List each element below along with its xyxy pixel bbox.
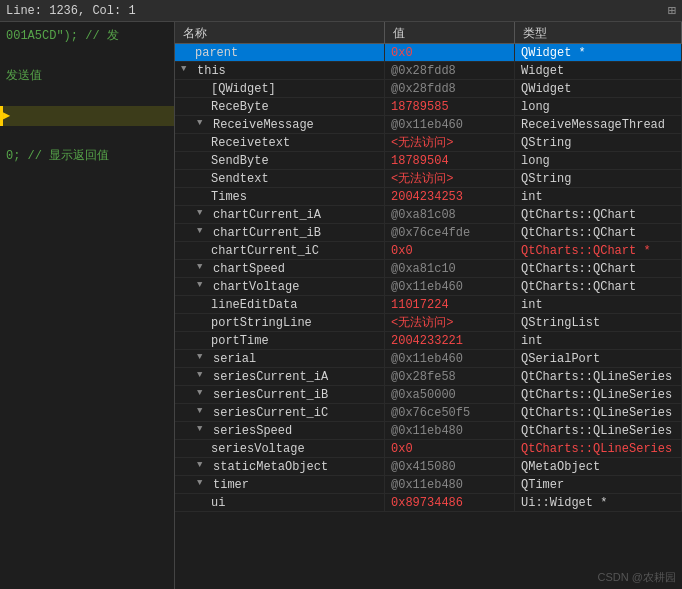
code-line-6: 0; // 显示返回值 bbox=[0, 146, 174, 166]
name-cell: seriesVoltage bbox=[175, 440, 385, 457]
name-cell: ▼staticMetaObject bbox=[175, 458, 385, 475]
right-panel: 名称 值 类型 parent0x0QWidget *▼this@0x28fdd8… bbox=[175, 22, 682, 589]
value-cell: 0x0 bbox=[385, 44, 515, 61]
table-row[interactable]: Times2004234253int bbox=[175, 188, 682, 206]
table-row[interactable]: ▼seriesCurrent_iC@0x76ce50f5QtCharts::QL… bbox=[175, 404, 682, 422]
type-cell: QWidget * bbox=[515, 44, 682, 61]
value-cell: @0x28fdd8 bbox=[385, 62, 515, 79]
left-panel: 001A5CD"); // 发 发送值 ▶ 0; // 显示返回值 bbox=[0, 22, 175, 589]
expand-icon[interactable]: ▼ bbox=[197, 406, 211, 420]
status-bar-text: Line: 1236, Col: 1 bbox=[6, 4, 136, 18]
expand-icon[interactable]: ▼ bbox=[197, 352, 211, 366]
expand-icon[interactable]: ▼ bbox=[181, 64, 195, 78]
expand-icon[interactable]: ▼ bbox=[197, 478, 211, 492]
status-bar: Line: 1236, Col: 1 ⊞ bbox=[0, 0, 682, 22]
name-cell: parent bbox=[175, 44, 385, 61]
table-row[interactable]: ▼staticMetaObject@0x415080QMetaObject bbox=[175, 458, 682, 476]
name-cell: ▼chartVoltage bbox=[175, 278, 385, 295]
type-cell: QTimer bbox=[515, 476, 682, 493]
name-cell: Sendtext bbox=[175, 170, 385, 187]
value-cell: @0x11eb480 bbox=[385, 422, 515, 439]
code-line-3: 发送值 bbox=[0, 66, 174, 86]
header-type: 类型 bbox=[515, 22, 682, 45]
value-cell: 2004234253 bbox=[385, 188, 515, 205]
name-cell: [QWidget] bbox=[175, 80, 385, 97]
table-row[interactable]: ▼seriesCurrent_iB@0xa50000QtCharts::QLin… bbox=[175, 386, 682, 404]
type-cell: QtCharts::QChart * bbox=[515, 242, 682, 259]
table-row[interactable]: chartCurrent_iC0x0QtCharts::QChart * bbox=[175, 242, 682, 260]
table-row[interactable]: Receivetext<无法访问>QString bbox=[175, 134, 682, 152]
name-cell: ▼timer bbox=[175, 476, 385, 493]
value-cell: 18789585 bbox=[385, 98, 515, 115]
table-row[interactable]: ReceByte18789585long bbox=[175, 98, 682, 116]
expand-icon[interactable]: ▼ bbox=[197, 424, 211, 438]
table-row[interactable]: [QWidget]@0x28fdd8QWidget bbox=[175, 80, 682, 98]
table-row[interactable]: lineEditData11017224int bbox=[175, 296, 682, 314]
watermark: CSDN @农耕园 bbox=[598, 570, 676, 585]
name-cell: ▼ReceiveMessage bbox=[175, 116, 385, 133]
value-cell: @0x11eb460 bbox=[385, 278, 515, 295]
value-cell: 0x0 bbox=[385, 440, 515, 457]
debug-header: 名称 值 类型 bbox=[175, 22, 682, 44]
expand-icon[interactable]: ▼ bbox=[197, 118, 211, 132]
code-line-5 bbox=[0, 126, 174, 146]
expand-icon[interactable]: ▼ bbox=[197, 226, 211, 240]
table-row[interactable]: ▼this@0x28fdd8Widget bbox=[175, 62, 682, 80]
value-cell: @0x76ce4fde bbox=[385, 224, 515, 241]
value-cell: @0x28fdd8 bbox=[385, 80, 515, 97]
value-cell: @0xa81c10 bbox=[385, 260, 515, 277]
table-row[interactable]: SendByte18789504long bbox=[175, 152, 682, 170]
name-cell: ReceByte bbox=[175, 98, 385, 115]
name-cell: lineEditData bbox=[175, 296, 385, 313]
table-row[interactable]: ▼chartCurrent_iA@0xa81c08QtCharts::QChar… bbox=[175, 206, 682, 224]
table-row[interactable]: ▼chartVoltage@0x11eb460QtCharts::QChart bbox=[175, 278, 682, 296]
type-cell: int bbox=[515, 332, 682, 349]
table-row[interactable]: ▼timer@0x11eb480QTimer bbox=[175, 476, 682, 494]
header-name: 名称 bbox=[175, 22, 385, 45]
table-row[interactable]: ▼seriesSpeed@0x11eb480QtCharts::QLineSer… bbox=[175, 422, 682, 440]
name-cell: ▼seriesCurrent_iC bbox=[175, 404, 385, 421]
pin-icon[interactable]: ⊞ bbox=[668, 2, 676, 19]
table-row[interactable]: portStringLine<无法访问>QStringList bbox=[175, 314, 682, 332]
type-cell: QtCharts::QLineSeries bbox=[515, 404, 682, 421]
name-cell: ▼seriesSpeed bbox=[175, 422, 385, 439]
table-row[interactable]: ▼ReceiveMessage@0x11eb460ReceiveMessageT… bbox=[175, 116, 682, 134]
expand-icon[interactable]: ▼ bbox=[197, 370, 211, 384]
expand-icon[interactable]: ▼ bbox=[197, 208, 211, 222]
table-row[interactable]: portTime2004233221int bbox=[175, 332, 682, 350]
table-row[interactable]: ▼chartSpeed@0xa81c10QtCharts::QChart bbox=[175, 260, 682, 278]
expand-icon[interactable]: ▼ bbox=[197, 460, 211, 474]
value-cell: @0x11eb460 bbox=[385, 116, 515, 133]
name-cell: ▼chartCurrent_iB bbox=[175, 224, 385, 241]
table-row[interactable]: seriesVoltage0x0QtCharts::QLineSeries * bbox=[175, 440, 682, 458]
value-cell: 0x89734486 bbox=[385, 494, 515, 511]
type-cell: QtCharts::QLineSeries * bbox=[515, 440, 682, 457]
debug-rows[interactable]: parent0x0QWidget *▼this@0x28fdd8Widget[Q… bbox=[175, 44, 682, 589]
table-row[interactable]: parent0x0QWidget * bbox=[175, 44, 682, 62]
value-cell: @0xa81c08 bbox=[385, 206, 515, 223]
type-cell: QString bbox=[515, 134, 682, 151]
value-cell: <无法访问> bbox=[385, 170, 515, 187]
value-cell: @0x76ce50f5 bbox=[385, 404, 515, 421]
table-row[interactable]: ▼serial@0x11eb460QSerialPort bbox=[175, 350, 682, 368]
type-cell: QString bbox=[515, 170, 682, 187]
expand-icon[interactable]: ▼ bbox=[197, 280, 211, 294]
code-line-1: 001A5CD"); // 发 bbox=[0, 26, 174, 46]
table-row[interactable]: ▼chartCurrent_iB@0x76ce4fdeQtCharts::QCh… bbox=[175, 224, 682, 242]
code-line-4 bbox=[0, 86, 174, 106]
name-cell: portTime bbox=[175, 332, 385, 349]
table-row[interactable]: ui0x89734486Ui::Widget * bbox=[175, 494, 682, 512]
name-cell: Receivetext bbox=[175, 134, 385, 151]
name-cell: ▼seriesCurrent_iA bbox=[175, 368, 385, 385]
type-cell: QSerialPort bbox=[515, 350, 682, 367]
type-cell: QMetaObject bbox=[515, 458, 682, 475]
table-row[interactable]: ▼seriesCurrent_iA@0x28fe58QtCharts::QLin… bbox=[175, 368, 682, 386]
type-cell: QWidget bbox=[515, 80, 682, 97]
expand-icon[interactable]: ▼ bbox=[197, 388, 211, 402]
value-cell: @0x28fe58 bbox=[385, 368, 515, 385]
code-line-2 bbox=[0, 46, 174, 66]
name-cell: ▼this bbox=[175, 62, 385, 79]
expand-icon[interactable]: ▼ bbox=[197, 262, 211, 276]
table-row[interactable]: Sendtext<无法访问>QString bbox=[175, 170, 682, 188]
type-cell: ReceiveMessageThread bbox=[515, 116, 682, 133]
